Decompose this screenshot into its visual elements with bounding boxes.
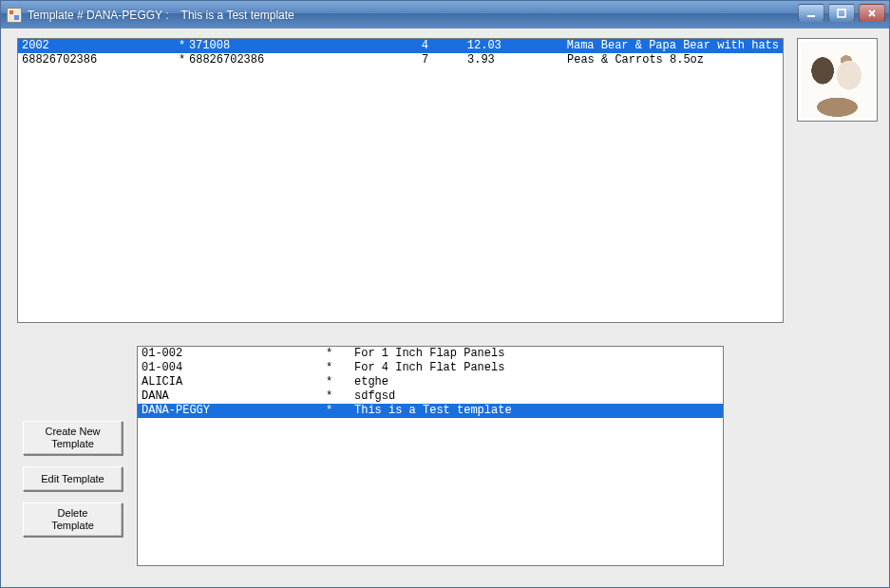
item-cell: * bbox=[179, 53, 189, 67]
item-cell: * bbox=[179, 39, 189, 53]
minimize-button[interactable] bbox=[798, 4, 824, 22]
item-cell: 7 bbox=[422, 53, 467, 67]
template-cell: * bbox=[326, 347, 354, 361]
maximize-button[interactable] bbox=[828, 4, 855, 22]
window-controls bbox=[798, 4, 885, 22]
template-cell: DANA bbox=[142, 389, 326, 404]
app-window: Template # DANA-PEGGY : This is a Test t… bbox=[0, 0, 890, 588]
item-thumbnail[interactable] bbox=[797, 38, 878, 122]
template-cell: * bbox=[326, 361, 354, 375]
template-cell: * bbox=[326, 375, 354, 389]
svg-rect-0 bbox=[807, 15, 815, 17]
template-cell: sdfgsd bbox=[354, 389, 719, 404]
item-cell: 4 bbox=[422, 39, 467, 53]
template-cell: 01-002 bbox=[142, 347, 326, 361]
template-actions: Create New Template Edit Template Delete… bbox=[23, 421, 123, 537]
template-cell: * bbox=[326, 404, 354, 418]
template-cell: DANA-PEGGY bbox=[142, 404, 326, 418]
titlebar[interactable]: Template # DANA-PEGGY : This is a Test t… bbox=[1, 1, 889, 28]
template-row[interactable]: DANA*sdfgsd bbox=[138, 389, 723, 404]
edit-template-button[interactable]: Edit Template bbox=[23, 466, 123, 491]
svg-rect-1 bbox=[838, 9, 845, 17]
item-cell: Mama Bear & Papa Bear with hats bbox=[567, 39, 779, 53]
item-row[interactable]: 68826702386*6882670238673.93Peas & Carro… bbox=[18, 53, 783, 67]
item-cell: 68826702386 bbox=[22, 53, 179, 67]
template-cell: ALICIA bbox=[142, 375, 326, 389]
delete-template-button[interactable]: Delete Template bbox=[23, 503, 123, 537]
template-row[interactable]: 01-002*For 1 Inch Flap Panels bbox=[138, 347, 723, 361]
template-cell: For 4 Inch Flat Panels bbox=[354, 361, 719, 375]
item-cell: 2002 bbox=[22, 39, 179, 53]
maximize-icon bbox=[837, 9, 846, 18]
template-cell: * bbox=[326, 389, 354, 404]
window-title: Template # DANA-PEGGY : This is a Test t… bbox=[28, 9, 294, 22]
template-list[interactable]: 01-002*For 1 Inch Flap Panels01-004*For … bbox=[137, 346, 724, 566]
item-cell: 12.03 bbox=[467, 39, 567, 53]
template-row[interactable]: DANA-PEGGY*This is a Test template bbox=[138, 404, 723, 418]
item-grid[interactable]: 2002*371008412.03Mama Bear & Papa Bear w… bbox=[17, 38, 784, 323]
template-cell: 01-004 bbox=[142, 361, 326, 375]
template-row[interactable]: ALICIA*etghe bbox=[138, 375, 723, 389]
create-template-button[interactable]: Create New Template bbox=[23, 421, 123, 455]
item-cell: 371008 bbox=[189, 39, 422, 53]
close-icon bbox=[867, 9, 877, 18]
close-button[interactable] bbox=[859, 4, 885, 22]
item-cell: Peas & Carrots 8.5oz bbox=[567, 53, 779, 67]
template-cell: This is a Test template bbox=[354, 404, 719, 418]
app-icon bbox=[7, 8, 22, 23]
item-row[interactable]: 2002*371008412.03Mama Bear & Papa Bear w… bbox=[18, 39, 783, 53]
thumbnail-image bbox=[801, 42, 874, 118]
client-area: 2002*371008412.03Mama Bear & Papa Bear w… bbox=[1, 28, 889, 587]
template-cell: etghe bbox=[354, 375, 719, 389]
minimize-icon bbox=[806, 9, 816, 18]
template-row[interactable]: 01-004*For 4 Inch Flat Panels bbox=[138, 361, 723, 375]
item-cell: 68826702386 bbox=[189, 53, 422, 67]
item-cell: 3.93 bbox=[467, 53, 567, 67]
template-cell: For 1 Inch Flap Panels bbox=[354, 347, 719, 361]
